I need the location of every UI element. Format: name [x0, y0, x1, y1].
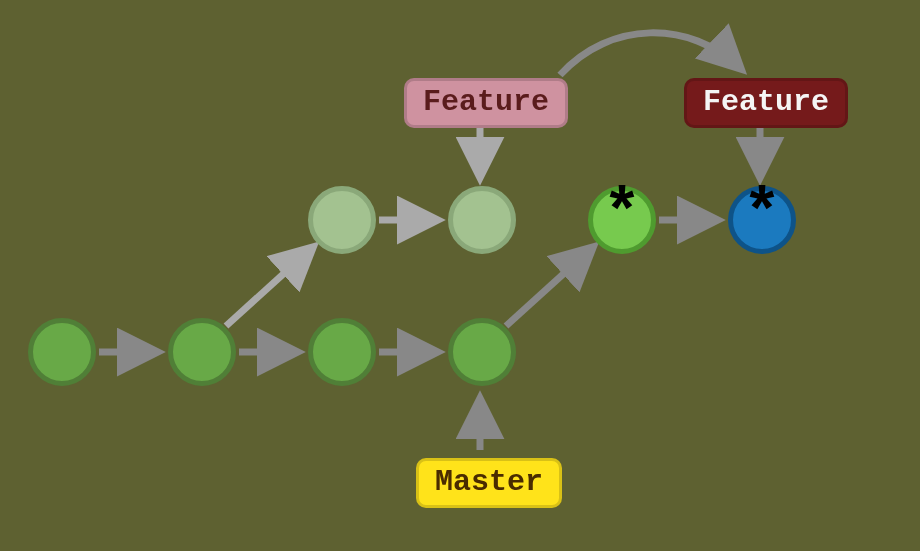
commit-feature-old-1: [308, 186, 376, 254]
commit-rebased-1: *: [588, 186, 656, 254]
commit-rebased-2-head: *: [728, 186, 796, 254]
commit-feature-old-2: [448, 186, 516, 254]
arrow-m2-f1old: [226, 248, 312, 326]
arrow-m4-r1: [506, 248, 592, 326]
star-icon: *: [733, 183, 791, 247]
arrow-feature-move: [560, 33, 740, 75]
commit-master-4: [448, 318, 516, 386]
star-icon: *: [593, 183, 651, 247]
branch-label-feature-old: Feature: [404, 78, 568, 128]
branch-label-feature-new: Feature: [684, 78, 848, 128]
commit-master-2: [168, 318, 236, 386]
branch-label-master: Master: [416, 458, 562, 508]
git-rebase-diagram: * * Feature Feature Master: [0, 0, 920, 551]
commit-master-1: [28, 318, 96, 386]
commit-master-3: [308, 318, 376, 386]
